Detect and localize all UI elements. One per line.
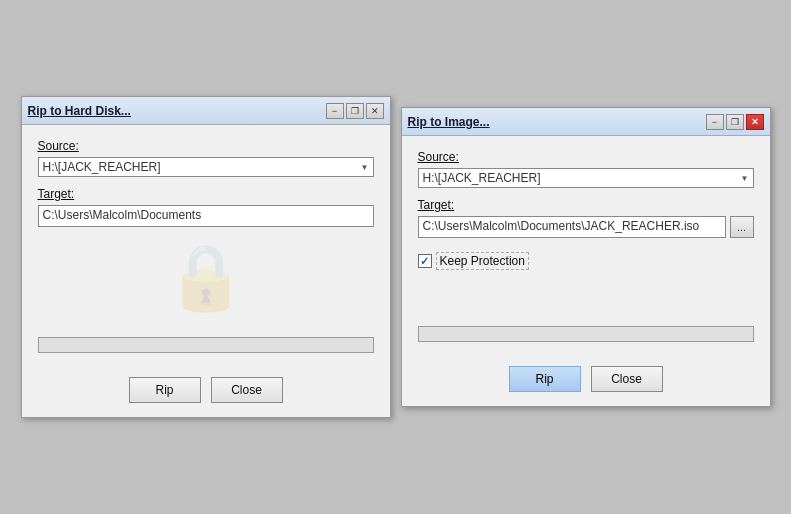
dialog2-title: Rip to Image...	[408, 115, 490, 129]
target-row-1: C:\Users\Malcolm\Documents	[38, 205, 374, 227]
restore-button-1[interactable]: ❐	[346, 103, 364, 119]
restore-button-2[interactable]: ❐	[726, 114, 744, 130]
source-value-1: H:\[JACK_REACHER]	[43, 160, 161, 174]
minimize-button-2[interactable]: −	[706, 114, 724, 130]
target-label-2: Target:	[418, 198, 754, 212]
lock-watermark-icon: 🔒	[166, 240, 246, 315]
checkbox-checkmark: ✓	[420, 255, 429, 268]
minimize-button-1[interactable]: −	[326, 103, 344, 119]
keep-protection-checkbox[interactable]: ✓	[418, 254, 432, 268]
rip-button-2[interactable]: Rip	[509, 366, 581, 392]
target-input-2[interactable]: C:\Users\Malcolm\Documents\JACK_REACHER.…	[418, 216, 726, 238]
rip-button-1[interactable]: Rip	[129, 377, 201, 403]
source-field-group-2: Source: H:\[JACK_REACHER] ▼	[418, 150, 754, 188]
rip-to-image-dialog: Rip to Image... − ❐ ✕ Source: H:\[JACK_R…	[401, 107, 771, 407]
source-value-2: H:\[JACK_REACHER]	[423, 171, 541, 185]
keep-protection-label: Keep Protection	[436, 252, 529, 270]
source-label-2: Source:	[418, 150, 754, 164]
close-window-button-1[interactable]: ✕	[366, 103, 384, 119]
target-input-1[interactable]: C:\Users\Malcolm\Documents	[38, 205, 374, 227]
dialog1-body: Source: H:\[JACK_REACHER] ▼ Target: C:\U…	[22, 125, 390, 367]
source-field-group-1: Source: H:\[JACK_REACHER] ▼	[38, 139, 374, 177]
progress-area-1	[38, 337, 374, 353]
close-button-1[interactable]: Close	[211, 377, 283, 403]
target-field-group-2: Target: C:\Users\Malcolm\Documents\JACK_…	[418, 198, 754, 238]
source-dropdown-arrow-1: ▼	[361, 163, 369, 172]
source-dropdown-1[interactable]: H:\[JACK_REACHER] ▼	[38, 157, 374, 177]
close-button-2[interactable]: Close	[591, 366, 663, 392]
target-field-group-1: Target: C:\Users\Malcolm\Documents	[38, 187, 374, 227]
dialog2-body: Source: H:\[JACK_REACHER] ▼ Target: C:\U…	[402, 136, 770, 356]
source-label-1: Source:	[38, 139, 374, 153]
dialog1-title: Rip to Hard Disk...	[28, 104, 131, 118]
progress-bar-1	[38, 337, 374, 353]
close-window-button-2[interactable]: ✕	[746, 114, 764, 130]
title-bar-controls-2: − ❐ ✕	[706, 114, 764, 130]
browse-button-2[interactable]: ...	[730, 216, 754, 238]
source-dropdown-2[interactable]: H:\[JACK_REACHER] ▼	[418, 168, 754, 188]
title-bar-2: Rip to Image... − ❐ ✕	[402, 108, 770, 136]
progress-bar-2	[418, 326, 754, 342]
title-bar-controls-1: − ❐ ✕	[326, 103, 384, 119]
target-row-2: C:\Users\Malcolm\Documents\JACK_REACHER.…	[418, 216, 754, 238]
button-row-2: Rip Close	[402, 356, 770, 406]
rip-to-hard-disk-dialog: Rip to Hard Disk... − ❐ ✕ Source: H:\[JA…	[21, 96, 391, 418]
button-row-1: Rip Close	[22, 367, 390, 417]
keep-protection-row: ✓ Keep Protection	[418, 252, 754, 270]
source-dropdown-arrow-2: ▼	[741, 174, 749, 183]
progress-area-2	[418, 290, 754, 342]
target-label-1: Target:	[38, 187, 374, 201]
title-bar-1: Rip to Hard Disk... − ❐ ✕	[22, 97, 390, 125]
watermark-area-1: 🔒	[38, 237, 374, 317]
